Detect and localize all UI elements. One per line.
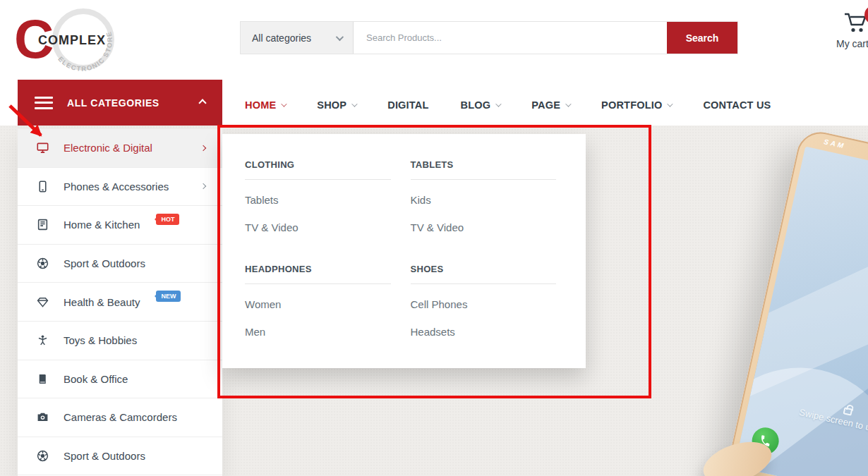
main-nav: HOME SHOP DIGITAL BLOG PAGE PORTFOLIO CO… [245, 92, 771, 118]
chevron-down-icon [565, 101, 571, 106]
nav-item-page[interactable]: PAGE [531, 99, 569, 111]
chevron-down-icon [281, 101, 287, 106]
search-bar: All categories Search [240, 21, 738, 54]
megamenu-link-tv-video[interactable]: TV & Video [245, 214, 391, 241]
nav-item-portfolio[interactable]: PORTFOLIO [601, 99, 671, 111]
hot-badge: HOT [156, 214, 179, 225]
megamenu-link-headsets[interactable]: Headsets [411, 318, 557, 346]
sidebar-item-electronic-digital[interactable]: Electronic & Digital [18, 129, 222, 168]
gem-icon [37, 296, 49, 308]
home-megamenu-dropdown: CLOTHING Tablets TV & Video TABLETS Kids… [222, 134, 586, 368]
chevron-down-icon [495, 101, 501, 106]
megamenu-link-kids[interactable]: Kids [411, 186, 557, 214]
megamenu-link-cell-phones[interactable]: Cell Phones [411, 291, 557, 318]
phone-image: SAM 12:4 Mon, 24 Octob Swipe screen to u… [717, 128, 868, 476]
sidebar-item-book-office[interactable]: Book & Office [18, 360, 222, 399]
monitor-icon [37, 142, 49, 154]
nav-item-home[interactable]: HOME [245, 99, 285, 111]
nav-item-blog[interactable]: BLOG [461, 99, 500, 111]
megamenu-column-headphones: HEADPHONES Women Men [245, 264, 391, 346]
kitchen-list-icon [37, 219, 49, 231]
sidebar-item-health-beauty[interactable]: Health & Beauty NEW [18, 283, 222, 322]
nav-item-contact-us[interactable]: CONTACT US [703, 99, 771, 111]
camera-icon [37, 411, 49, 423]
megamenu-link-men[interactable]: Men [245, 318, 391, 346]
chevron-down-icon [336, 32, 344, 40]
megamenu-heading: HEADPHONES [245, 264, 391, 284]
sidebar-item-cameras-camcorders[interactable]: Cameras & Camcorders [18, 398, 222, 437]
smartphone-icon [37, 181, 49, 193]
chevron-right-icon [200, 145, 206, 151]
megamenu-column-shoes: SHOES Cell Phones Headsets [411, 264, 557, 346]
soccer-ball-icon [37, 257, 49, 269]
cart-label: My cart [836, 38, 868, 49]
phone-screen: 12:4 Mon, 24 Octob Swipe screen to unloc… [735, 147, 868, 476]
hamburger-icon [35, 97, 53, 109]
megamenu-heading: TABLETS [411, 159, 557, 180]
category-menu: Electronic & Digital Phones & Accessorie… [18, 129, 222, 476]
cart-widget[interactable]: + My cart [836, 11, 868, 49]
all-categories-label: ALL CATEGORIES [67, 97, 200, 109]
soccer-ball-icon [37, 450, 49, 462]
sidebar-item-toys-hobbies[interactable]: Toys & Hobbies [18, 322, 222, 360]
book-icon [37, 373, 49, 385]
megamenu-link-tablets[interactable]: Tablets [245, 186, 391, 214]
chevron-up-icon [198, 99, 206, 106]
search-category-dropdown[interactable]: All categories [241, 22, 354, 54]
megamenu-heading: SHOES [411, 264, 557, 284]
logo-name: COMPLEX [38, 33, 106, 47]
all-categories-toggle[interactable]: ALL CATEGORIES [18, 80, 222, 126]
megamenu-link-women[interactable]: Women [245, 291, 391, 318]
lock-icon [843, 407, 852, 415]
new-badge: NEW [156, 291, 181, 302]
chevron-down-icon [351, 101, 357, 106]
person-icon [37, 334, 49, 346]
sidebar-item-phones-accessories[interactable]: Phones & Accessories [18, 168, 222, 207]
megamenu-column-tablets: TABLETS Kids TV & Video [411, 159, 557, 241]
megamenu-column-clothing: CLOTHING Tablets TV & Video [245, 159, 391, 241]
search-category-value: All categories [252, 32, 327, 44]
megamenu-link-tv-video[interactable]: TV & Video [411, 214, 557, 241]
sidebar-item-home-kitchen[interactable]: Home & Kitchen HOT [18, 206, 222, 245]
sidebar-item-sport-outdoors-2[interactable]: Sport & Outdoors [18, 437, 222, 476]
phone-brand-text: SAM [823, 138, 846, 149]
search-button[interactable]: Search [667, 22, 737, 54]
sidebar-item-sport-outdoors[interactable]: Sport & Outdoors [18, 245, 222, 283]
nav-item-digital[interactable]: DIGITAL [387, 99, 428, 111]
chevron-right-icon [200, 183, 206, 189]
megamenu-heading: CLOTHING [245, 159, 391, 180]
chevron-down-icon [668, 101, 673, 106]
search-input[interactable] [354, 22, 667, 54]
store-logo[interactable]: ELECTRONIC STORE C COMPLEX [14, 6, 120, 73]
nav-item-shop[interactable]: SHOP [317, 99, 356, 111]
